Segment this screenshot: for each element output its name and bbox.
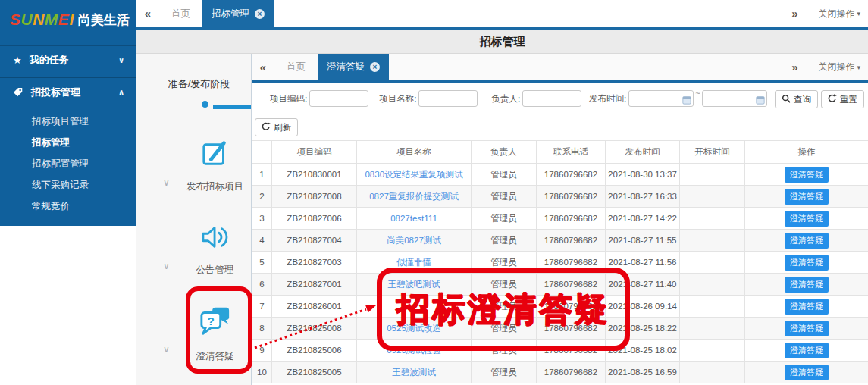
open-time-cell [680, 230, 745, 252]
action-cell: 澄清答疑 [745, 340, 868, 362]
sidebar: SUNMEI 尚美生活 ★ 我的任务 ∨ 招投标管理 ∧ 招标项目管理 招标管理… [0, 0, 136, 385]
project-name-label: 项目名称: [379, 93, 416, 105]
tab-clarify-answer[interactable]: 澄清答疑 × [318, 54, 389, 80]
table-row: 9ZB2108250060923测试检验管理员178607966822021-0… [252, 340, 868, 362]
inner-tabbar-right: » 关闭操作 ▾ [783, 54, 868, 80]
clarify-answer-button[interactable]: 澄清答疑 [785, 365, 829, 380]
projects-table: 项目编码 项目名称 负责人 联系电话 发布时间 开标时间 操作 1ZB21083… [252, 140, 868, 383]
publish-time-cell: 2021-08-27 11:56 [606, 252, 680, 274]
close-operations-dropdown[interactable]: 关闭操作 ▾ [818, 61, 860, 74]
close-icon[interactable]: × [255, 9, 265, 19]
project-code-cell: ZB210825008 [272, 318, 357, 340]
rail-chevron-icon: ∨ [163, 177, 170, 188]
clarify-answer-button[interactable]: 澄清答疑 [785, 233, 829, 249]
workflow-panel: 准备/发布阶段 ∨ ∨ ∨ 发布招标项目 [136, 54, 252, 385]
clarify-answer-button[interactable]: 澄清答疑 [785, 299, 829, 315]
project-code-cell: ZB210827001 [272, 274, 357, 296]
open-time-cell [680, 362, 745, 383]
open-time-cell [680, 186, 745, 208]
project-name-link[interactable]: 0827test111 [390, 214, 437, 223]
publish-time-cell: 2021-08-25 18:02 [606, 340, 680, 362]
svg-text:?: ? [207, 315, 214, 327]
sidebar-item-project-mgmt[interactable]: 招标项目管理 [0, 111, 136, 132]
clarify-answer-button[interactable]: 澄清答疑 [785, 167, 829, 183]
step-publish-project[interactable]: 发布招标项目 [178, 139, 252, 193]
clarify-answer-button[interactable]: 澄清答疑 [785, 211, 829, 227]
owner-cell: 管理员 [472, 208, 537, 230]
calendar-icon[interactable] [756, 94, 765, 108]
header-publish-time: 发布时间 [606, 141, 680, 164]
star-icon: ★ [13, 55, 22, 66]
query-button[interactable]: 查询 [775, 90, 818, 108]
phone-cell: 17860796682 [537, 208, 606, 230]
expand-right-icon[interactable]: » [783, 54, 806, 80]
action-cell: 澄清答疑 [745, 230, 868, 252]
clarify-answer-button[interactable]: 澄清答疑 [785, 343, 829, 358]
main-area: « 首页 招标管理 × » 关闭操作 ▾ 招标管理 准备/发布阶段 [136, 0, 868, 385]
rail-chevron-icon: ∨ [163, 261, 170, 271]
project-name-input[interactable] [418, 90, 478, 107]
project-name-link[interactable]: 王碧波吧测试 [388, 280, 440, 289]
project-name-link[interactable]: 尚美0827测试 [387, 236, 441, 245]
collapse-left-icon[interactable]: « [136, 0, 159, 27]
clarify-answer-button[interactable]: 澄清答疑 [785, 277, 829, 293]
sidebar-item-bid-mgmt[interactable]: 招标管理 [0, 132, 136, 153]
sidebar-item-normal-auction[interactable]: 常规竞价 [0, 196, 136, 217]
project-name-cell: 0827重复报价提交测试 [357, 186, 472, 208]
reset-button[interactable]: 重置 [821, 90, 864, 108]
sidebar-background: SUNMEI 尚美生活 ★ 我的任务 ∨ 招投标管理 ∧ 招标项目管理 招标管理… [0, 0, 136, 226]
sidebar-section-bidding-mgmt[interactable]: 招投标管理 ∧ [0, 77, 136, 106]
project-name-link[interactable]: 似懂非懂 [396, 258, 431, 267]
owner-cell: 管理员 [472, 164, 537, 186]
project-code-cell: ZB210827003 [272, 252, 357, 274]
project-code-label: 项目编码: [270, 93, 307, 105]
owner-label: 负责人: [491, 93, 520, 105]
step-announcement-mgmt[interactable]: 公告管理 [178, 224, 252, 277]
tab-home-inner[interactable]: 首页 [274, 54, 318, 80]
project-code-cell: ZB210825006 [272, 340, 357, 362]
expand-right-icon[interactable]: » [783, 0, 806, 27]
owner-cell: 管理员 [472, 296, 537, 318]
sidebar-section-my-tasks[interactable]: ★ 我的任务 ∨ [0, 45, 136, 74]
open-time-cell [680, 164, 745, 186]
open-time-cell [680, 318, 745, 340]
close-operations-dropdown[interactable]: 关闭操作 ▾ [818, 8, 860, 20]
refresh-button[interactable]: 刷新 [255, 118, 298, 136]
clarify-answer-button[interactable]: 澄清答疑 [785, 321, 829, 336]
header-project-name: 项目名称 [357, 141, 472, 164]
project-name-link[interactable]: 王碧波测试 [392, 368, 436, 377]
project-name-link[interactable]: 0923测试检验 [387, 346, 441, 355]
project-code-input[interactable] [309, 90, 368, 107]
sidebar-item-bid-config[interactable]: 招标配置管理 [0, 153, 136, 174]
clarify-panel: « 首页 澄清答疑 × » 关闭操作 ▾ [252, 54, 868, 385]
clarify-answer-button[interactable]: 澄清答疑 [785, 189, 829, 205]
owner-cell: 管理员 [472, 252, 537, 274]
calendar-icon[interactable] [682, 94, 691, 108]
search-buttons: 查询 重置 [775, 90, 864, 108]
tab-home-outer[interactable]: 首页 [159, 0, 202, 27]
row-index-cell: 9 [252, 340, 272, 362]
project-name-link[interactable]: 0830设定结果重复项测试 [365, 170, 462, 179]
sidebar-item-offline-purchase[interactable]: 线下采购记录 [0, 174, 136, 196]
project-name-cell [357, 296, 472, 318]
header-index [252, 141, 272, 164]
project-name-link[interactable]: 0525测试改造 [387, 324, 441, 333]
tab-bidding-management[interactable]: 招标管理 × [202, 0, 274, 27]
action-cell: 澄清答疑 [745, 362, 868, 383]
rail-dashed-line [168, 274, 168, 344]
phone-cell: 17860796682 [537, 274, 606, 296]
step-clarify-answer[interactable]: ? 澄清答疑 [178, 305, 252, 363]
step-label: 发布招标项目 [186, 180, 243, 193]
collapse-left-icon[interactable]: « [252, 54, 274, 80]
progress-node [202, 101, 208, 108]
chat-question-icon: ? [199, 305, 232, 340]
table-row: 4ZB210827004尚美0827测试管理员178607966822021-0… [252, 230, 868, 252]
clarify-answer-button[interactable]: 澄清答疑 [785, 255, 829, 271]
publish-time-cell: 2021-08-27 16:33 [606, 186, 680, 208]
phone-cell: 17860796682 [537, 230, 606, 252]
owner-input[interactable] [522, 90, 581, 107]
close-icon[interactable]: × [370, 62, 380, 72]
project-name-link[interactable]: 0827重复报价提交测试 [369, 192, 459, 201]
phone-cell: 17860796682 [537, 296, 606, 318]
project-name-cell: 王碧波测试 [357, 362, 472, 383]
